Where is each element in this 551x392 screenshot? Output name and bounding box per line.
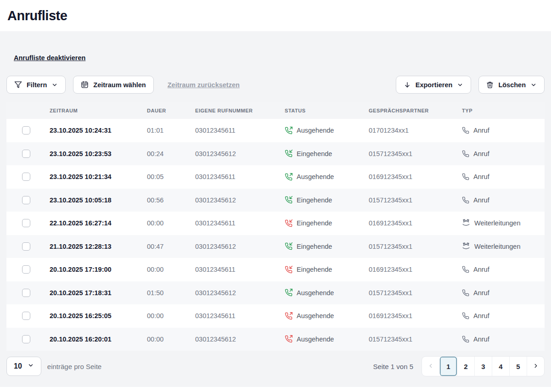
page-size-value: 10 <box>14 362 22 370</box>
filter-button[interactable]: Filtern <box>6 76 66 94</box>
status-cell: Eingehende <box>285 150 369 157</box>
row-gespraechspartner: 016912345xx1 <box>369 219 462 227</box>
phone-outgoing-icon <box>285 127 292 134</box>
funnel-icon <box>14 81 22 89</box>
chevron-down-icon <box>457 82 463 88</box>
row-eigene-rufnummer: 03012345612 <box>195 336 285 343</box>
typ-label: Anruf <box>473 127 489 134</box>
next-page-button[interactable] <box>527 357 544 376</box>
deactivate-call-list-link[interactable]: Anrufliste deaktivieren <box>14 54 85 62</box>
chevron-down-icon <box>51 82 58 88</box>
row-eigene-rufnummer: 03012345612 <box>195 289 285 297</box>
table-row: 20.10.2025 17:18:31 01:50 03012345612 Au… <box>6 281 545 305</box>
status-label: Eingehende <box>297 150 332 157</box>
row-checkbox[interactable] <box>22 312 30 320</box>
status-label: Eingehende <box>297 219 332 227</box>
status-label: Eingehende <box>297 196 332 204</box>
row-eigene-rufnummer: 03012345612 <box>195 196 285 204</box>
table-row: 20.10.2025 16:25:05 00:00 03012345611 Au… <box>6 304 545 328</box>
row-checkbox[interactable] <box>22 265 30 274</box>
export-button[interactable]: Exportieren <box>396 76 472 94</box>
row-checkbox[interactable] <box>22 196 30 204</box>
row-dauer: 00:00 <box>147 336 195 343</box>
toolbar: Filtern Zeitraum wählen Zeitraum zurücks… <box>6 76 545 94</box>
table-row: 23.10.2025 10:23:53 00:24 03012345612 Ei… <box>6 142 545 166</box>
typ-label: Weiterleitungen <box>474 243 521 250</box>
status-cell: Eingehende <box>285 219 369 227</box>
row-zeitraum: 20.10.2025 17:18:31 <box>50 289 147 297</box>
phone-icon <box>462 289 469 297</box>
row-zeitraum: 23.10.2025 10:24:31 <box>50 127 147 134</box>
row-checkbox-cell <box>6 196 50 204</box>
row-eigene-rufnummer: 03012345611 <box>195 266 285 273</box>
reset-date-range-link[interactable]: Zeitraum zurücksetzen <box>168 81 240 89</box>
page-button-1[interactable]: 1 <box>439 357 457 376</box>
column-header-dauer: DAUER <box>147 108 195 113</box>
page-button-3[interactable]: 3 <box>474 357 492 376</box>
delete-button-label: Löschen <box>498 81 526 89</box>
row-checkbox-cell <box>6 312 50 320</box>
phone-outgoing-icon <box>285 289 292 297</box>
delete-button[interactable]: Löschen <box>478 76 545 94</box>
row-checkbox[interactable] <box>22 126 30 134</box>
typ-label: Anruf <box>473 150 489 157</box>
row-zeitraum: 23.10.2025 10:23:53 <box>50 150 147 157</box>
table-row: 20.10.2025 16:20:01 00:00 03012345612 Au… <box>6 328 545 351</box>
row-checkbox-cell <box>6 126 50 134</box>
chevron-left-icon <box>427 363 434 370</box>
row-dauer: 01:50 <box>147 289 195 297</box>
row-gespraechspartner: 016912345xx1 <box>369 266 462 273</box>
row-eigene-rufnummer: 03012345611 <box>195 173 285 180</box>
previous-page-button[interactable] <box>422 357 439 376</box>
bottom-strip <box>0 387 551 392</box>
toolbar-right: Exportieren Löschen <box>396 76 545 94</box>
row-checkbox[interactable] <box>22 173 30 181</box>
status-cell: Ausgehende <box>285 289 369 297</box>
table-row: 23.10.2025 10:24:31 01:01 03012345611 Au… <box>6 119 545 142</box>
row-zeitraum: 21.10.2025 12:28:13 <box>50 243 147 250</box>
status-label: Ausgehende <box>297 127 334 134</box>
row-checkbox[interactable] <box>22 289 30 297</box>
phone-forwarded-icon <box>462 242 470 251</box>
main-content: Anrufliste deaktivieren Filtern Zeitraum… <box>0 31 551 376</box>
chevron-down-icon <box>530 82 537 88</box>
row-dauer: 00:56 <box>147 196 195 204</box>
status-cell: Ausgehende <box>285 173 369 181</box>
date-range-button[interactable]: Zeitraum wählen <box>73 76 153 94</box>
typ-cell: Anruf <box>462 150 545 157</box>
row-eigene-rufnummer: 03012345612 <box>195 150 285 157</box>
row-gespraechspartner: 01701234xx1 <box>369 127 462 134</box>
page-button-4[interactable]: 4 <box>492 357 509 376</box>
table-row: 22.10.2025 16:27:14 00:00 03012345611 Ei… <box>6 212 545 235</box>
typ-cell: Anruf <box>462 196 545 204</box>
row-checkbox[interactable] <box>22 335 30 343</box>
phone-icon <box>462 173 469 180</box>
phone-forwarded-icon <box>462 219 470 227</box>
row-gespraechspartner: 015712345xx1 <box>369 336 462 343</box>
row-checkbox[interactable] <box>22 242 30 251</box>
phone-incoming-icon <box>285 219 292 227</box>
table-body: 23.10.2025 10:24:31 01:01 03012345611 Au… <box>6 119 545 351</box>
phone-icon <box>462 312 469 319</box>
page-button-5[interactable]: 5 <box>509 357 527 376</box>
row-zeitraum: 22.10.2025 16:27:14 <box>50 219 147 227</box>
page-button-2[interactable]: 2 <box>457 357 474 376</box>
phone-outgoing-icon <box>285 335 292 343</box>
status-label: Ausgehende <box>297 312 334 319</box>
call-list-table: ZEITRAUM DAUER EIGENE RUFNUMMER STATUS G… <box>6 102 545 351</box>
row-dauer: 01:01 <box>147 127 195 134</box>
row-dauer: 00:00 <box>147 266 195 273</box>
table-row: 21.10.2025 12:28:13 00:47 03012345612 Ei… <box>6 235 545 258</box>
status-label: Ausgehende <box>297 289 334 297</box>
page-title: Anrufliste <box>7 8 67 23</box>
row-checkbox[interactable] <box>22 150 30 158</box>
column-header-eigene-rufnummer: EIGENE RUFNUMMER <box>195 108 285 113</box>
pagination: 1 2 3 4 5 <box>422 356 545 376</box>
table-row: 23.10.2025 10:05:18 00:56 03012345612 Ei… <box>6 189 545 212</box>
row-checkbox-cell <box>6 335 50 343</box>
row-checkbox[interactable] <box>22 219 30 227</box>
phone-incoming-icon <box>285 196 292 204</box>
page-size-select[interactable]: 10 <box>6 357 41 376</box>
top-bar: Anrufliste <box>0 0 551 31</box>
table-row: 23.10.2025 10:21:34 00:05 03012345611 Au… <box>6 165 545 189</box>
